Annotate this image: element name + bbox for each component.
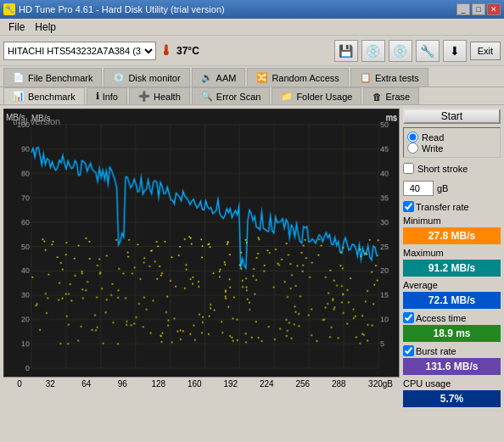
read-label: Read [422,132,444,143]
menu-file[interactable]: File [3,20,30,35]
random-access-icon: 🔀 [256,72,268,83]
start-button[interactable]: Start [403,109,501,124]
minimum-group: Minimum 27.8 MB/s [403,215,501,244]
x-label-128: 128 [141,379,177,389]
toolbar-btn-2[interactable]: 💿 [361,40,385,62]
write-label: Write [422,143,443,154]
x-label-256: 256 [285,379,322,389]
tab-random-access[interactable]: 🔀 Random Access [247,68,348,87]
aam-icon: 🔊 [201,72,213,83]
toolbar-btn-1[interactable]: 💾 [334,40,358,62]
tab-file-benchmark[interactable]: 📄 File Benchmark [3,68,102,87]
rw-group: Read Write [403,127,501,158]
health-icon: ➕ [138,91,150,102]
toolbar: HITACHI HTS543232A7A384 (320 gB) 🌡 37°C … [0,36,504,66]
burst-rate-value: 131.6 MB/s [403,358,501,375]
toolbar-btn-5[interactable]: ⬇ [443,40,467,62]
read-radio[interactable] [407,131,418,143]
write-radio[interactable] [407,143,418,154]
tabbar-top: 📄 File Benchmark 💿 Disk monitor 🔊 AAM 🔀 … [0,66,504,87]
info-label: Info [103,92,118,102]
tab-health[interactable]: ➕ Health [129,87,190,104]
access-time-group: Access time 18.9 ms [403,312,501,342]
tab-folder-usage[interactable]: 📁 Folder Usage [272,87,361,104]
x-label-224: 224 [249,379,285,389]
minimum-label: Minimum [403,215,441,226]
average-label-row: Average [403,280,501,290]
tab-extra-tests[interactable]: 📋 Extra tests [350,68,428,87]
x-label-64: 64 [69,379,105,389]
drive-select[interactable]: HITACHI HTS543232A7A384 (320 gB) [3,42,156,60]
titlebar-title: 🔧 HD Tune Pro 4.61 - Hard Disk Utility (… [3,3,225,15]
menubar: File Help [0,19,504,36]
spinbox-row: gB [403,181,501,196]
x-label-288: 288 [321,379,357,389]
tab-disk-monitor[interactable]: 💿 Disk monitor [104,68,189,87]
chart-container: MB/s ms trial version 0 32 64 96 128 160… [3,109,400,390]
access-time-checkbox[interactable] [403,312,414,323]
access-time-label-row: Access time [403,312,501,323]
minimize-button[interactable]: _ [456,3,470,15]
app-icon: 🔧 [3,3,15,15]
disk-monitor-label: Disk monitor [128,73,180,83]
write-radio-item: Write [407,143,496,154]
average-group: Average 72.1 MB/s [403,280,501,309]
tab-aam[interactable]: 🔊 AAM [192,68,246,87]
toolbar-btn-3[interactable]: 💿 [389,40,412,62]
random-access-label: Random Access [272,73,339,83]
transfer-rate-label: Transfer rate [416,202,469,212]
titlebar-text: HD Tune Pro 4.61 - Hard Disk Utility (tr… [19,4,225,14]
access-time-value: 18.9 ms [403,325,501,342]
file-benchmark-icon: 📄 [13,72,25,83]
transfer-rate-checkbox[interactable] [403,201,414,212]
burst-rate-label: Burst rate [416,346,456,356]
disk-monitor-icon: 💿 [113,72,125,83]
aam-label: AAM [216,73,237,83]
exit-button[interactable]: Exit [470,42,501,60]
tabbar-bottom: 📊 Benchmark ℹ Info ➕ Health 🔍 Error Scan… [0,87,504,105]
info-icon: ℹ [96,91,99,102]
maximum-label-row: Maximum [403,248,501,258]
transfer-rate-row: Transfer rate [403,201,501,212]
short-stroke-checkbox[interactable] [403,163,414,174]
spinbox-input[interactable] [403,181,434,196]
x-label-0: 0 [7,379,32,389]
main-content: MB/s ms trial version 0 32 64 96 128 160… [0,105,504,394]
titlebar: 🔧 HD Tune Pro 4.61 - Hard Disk Utility (… [0,0,504,19]
minimum-label-row: Minimum [403,215,501,226]
extra-tests-icon: 📋 [360,72,372,83]
x-label-320: 320gB [357,379,397,389]
chart-area: MB/s ms trial version [3,109,400,378]
average-value: 72.1 MB/s [403,292,501,309]
tab-erase[interactable]: 🗑 Erase [363,87,419,104]
folder-usage-label: Folder Usage [296,92,352,102]
health-label: Health [154,92,181,102]
tab-error-scan[interactable]: 🔍 Error Scan [192,87,271,104]
toolbar-btn-4[interactable]: 🔧 [416,40,440,62]
error-scan-icon: 🔍 [201,91,213,102]
temperature-display: 🌡 37°C [160,43,199,59]
maximize-button[interactable]: □ [472,3,485,15]
x-axis-labels: 0 32 64 96 128 160 192 224 256 288 320gB [3,378,400,390]
read-radio-item: Read [407,131,496,143]
menu-help[interactable]: Help [30,20,61,35]
cpu-usage-label-row: CPU usage [403,378,501,389]
close-button[interactable]: ✕ [487,3,501,15]
x-label-160: 160 [176,379,213,389]
right-panel: Start Read Write Short stroke gB Transfe [403,109,501,390]
cpu-usage-value: 5.7% [403,390,501,407]
tab-benchmark[interactable]: 📊 Benchmark [3,87,85,104]
maximum-group: Maximum 91.2 MB/s [403,248,501,277]
chart-watermark: trial version [13,116,60,126]
benchmark-chart [4,109,399,377]
x-label-32: 32 [32,379,69,389]
tab-info[interactable]: ℹ Info [87,87,127,104]
titlebar-controls: _ □ ✕ [456,3,501,15]
file-benchmark-label: File Benchmark [28,73,92,83]
benchmark-icon: 📊 [13,91,25,102]
spinbox-unit: gB [437,183,448,193]
benchmark-label: Benchmark [28,92,76,102]
thermometer-icon: 🌡 [160,43,173,59]
burst-rate-group: Burst rate 131.6 MB/s [403,345,501,375]
burst-rate-checkbox[interactable] [403,345,414,356]
